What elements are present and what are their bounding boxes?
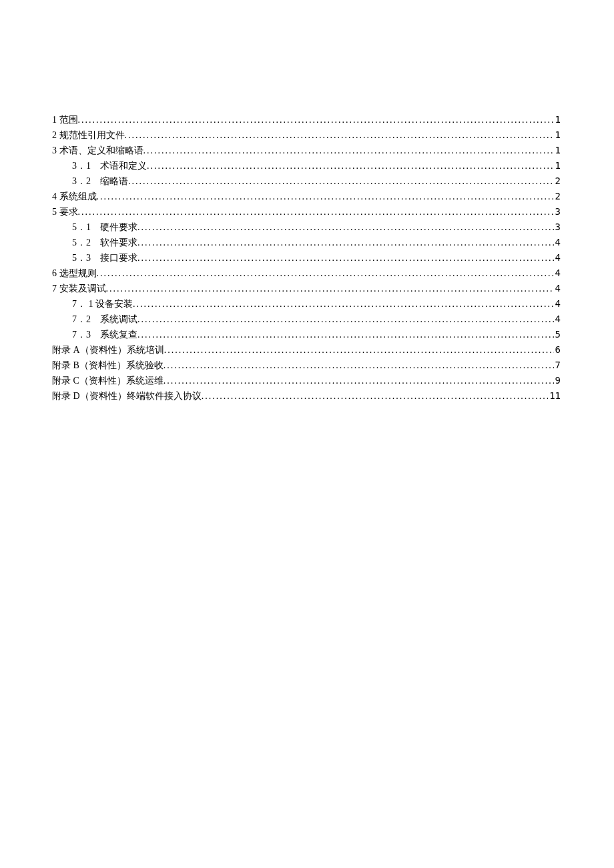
toc-page: 4	[554, 296, 561, 312]
toc-page: 3	[554, 204, 561, 220]
toc-page: 5	[554, 327, 561, 342]
toc-page: 2	[554, 189, 561, 204]
toc-entry: 5．1 硬件要求 3	[52, 220, 561, 235]
toc-leader-dots	[164, 342, 554, 358]
toc-label: 附录 A（资料性）系统培训	[52, 342, 164, 358]
toc-label: 1 范围	[52, 112, 78, 127]
toc-leader-dots	[137, 220, 554, 235]
toc-page: 4	[554, 281, 561, 296]
toc-entry: 附录 A（资料性）系统培训 6	[52, 342, 561, 358]
toc-leader-dots	[133, 296, 554, 312]
toc-label: 3．2 缩略语	[72, 173, 128, 189]
toc-leader-dots	[78, 112, 554, 127]
toc-entry: 7． 1 设备安装 4	[52, 296, 561, 312]
toc-leader-dots	[137, 327, 554, 342]
toc-leader-dots	[106, 281, 554, 296]
toc-page: 1	[554, 158, 561, 173]
toc-leader-dots	[97, 266, 554, 281]
toc-page: 1	[554, 127, 561, 143]
toc-entry: 2 规范性引用文件 1	[52, 127, 561, 143]
toc-page: 4	[554, 312, 561, 327]
toc-entry: 附录 D（资料性）终端软件接入协议 11	[52, 388, 561, 404]
toc-leader-dots	[137, 250, 554, 266]
toc-label: 2 规范性引用文件	[52, 127, 125, 143]
toc-entry: 7 安装及调试 4	[52, 281, 561, 296]
toc-leader-dots	[164, 358, 554, 373]
toc-entry: 附录 C（资料性）系统运维 9	[52, 373, 561, 388]
toc-page: 4	[554, 250, 561, 266]
toc-page: 4	[554, 266, 561, 281]
toc-label: 5．2 软件要求	[72, 235, 137, 250]
toc-page: 1	[554, 112, 561, 127]
toc-entry: 附录 B（资料性）系统验收 7	[52, 358, 561, 373]
toc-leader-dots	[78, 204, 554, 220]
toc-label: 附录 B（资料性）系统验收	[52, 358, 164, 373]
toc-page: 6	[554, 342, 561, 358]
toc-entry: 5．2 软件要求 4	[52, 235, 561, 250]
toc-leader-dots	[143, 143, 554, 158]
toc-entry: 7．2 系统调试 4	[52, 312, 561, 327]
toc-label: 6 选型规则	[52, 266, 97, 281]
toc-label: 附录 C（资料性）系统运维	[52, 373, 164, 388]
toc-entry: 5 要求 3	[52, 204, 561, 220]
toc-leader-dots	[202, 388, 549, 404]
toc-leader-dots	[137, 235, 554, 250]
toc-leader-dots	[128, 173, 554, 189]
toc-entry: 6 选型规则 4	[52, 266, 561, 281]
toc-page: 1	[554, 143, 561, 158]
toc-page: 9	[554, 373, 561, 388]
toc-leader-dots	[164, 373, 554, 388]
toc-label: 3 术语、定义和缩略语	[52, 143, 143, 158]
toc-label: 7．2 系统调试	[72, 312, 137, 327]
toc-label: 7．3 系统复查	[72, 327, 137, 342]
toc-entry: 3 术语、定义和缩略语 1	[52, 143, 561, 158]
toc-label: 3．1 术语和定义	[72, 158, 147, 173]
toc-entry: 3．1 术语和定义 1	[52, 158, 561, 173]
table-of-contents: 1 范围 1 2 规范性引用文件 1 3 术语、定义和缩略语 1 3．1 术语和…	[52, 112, 561, 404]
toc-page: 2	[554, 173, 561, 189]
toc-leader-dots	[125, 127, 554, 143]
toc-leader-dots	[147, 158, 554, 173]
toc-page: 11	[548, 388, 561, 404]
toc-label: 5 要求	[52, 204, 78, 220]
toc-leader-dots	[97, 189, 554, 204]
toc-leader-dots	[137, 312, 554, 327]
toc-page: 3	[554, 220, 561, 235]
toc-entry: 7．3 系统复查 5	[52, 327, 561, 342]
toc-entry: 1 范围 1	[52, 112, 561, 127]
toc-entry: 3．2 缩略语 2	[52, 173, 561, 189]
toc-label: 7 安装及调试	[52, 281, 106, 296]
toc-label: 5．1 硬件要求	[72, 220, 137, 235]
toc-entry: 5．3 接口要求 4	[52, 250, 561, 266]
toc-label: 附录 D（资料性）终端软件接入协议	[52, 388, 202, 404]
toc-entry: 4 系统组成 2	[52, 189, 561, 204]
toc-page: 4	[554, 235, 561, 250]
toc-label: 4 系统组成	[52, 189, 97, 204]
toc-page: 7	[554, 358, 561, 373]
toc-label: 5．3 接口要求	[72, 250, 137, 266]
toc-label: 7． 1 设备安装	[72, 296, 133, 312]
